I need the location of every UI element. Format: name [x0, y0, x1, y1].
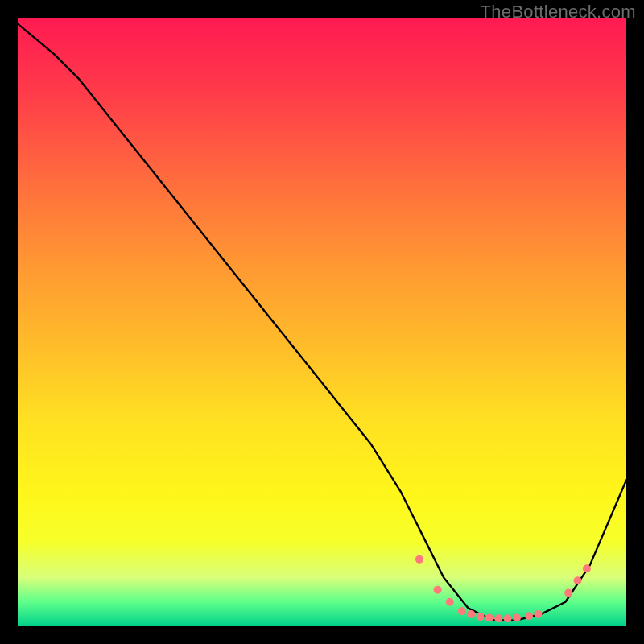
chart-plot-area — [18, 18, 626, 626]
bottleneck-dot — [513, 613, 521, 621]
bottleneck-dot — [446, 598, 454, 606]
bottleneck-dots-group — [415, 555, 591, 622]
bottleneck-dot — [485, 613, 493, 621]
chart-svg — [18, 18, 626, 626]
bottleneck-dot — [434, 586, 442, 594]
bottleneck-dot — [534, 610, 542, 618]
bottleneck-dot — [583, 564, 591, 572]
bottleneck-dot — [494, 614, 502, 622]
bottleneck-dot — [525, 612, 533, 620]
bottleneck-dot — [415, 555, 423, 564]
bottleneck-dot — [564, 588, 572, 597]
bottleneck-curve — [18, 24, 626, 621]
bottleneck-dot — [458, 607, 466, 615]
bottleneck-dot — [574, 576, 582, 584]
bottleneck-dot — [477, 613, 485, 621]
chart-stage: TheBottleneck.com — [0, 0, 644, 644]
bottleneck-dot — [467, 610, 475, 618]
bottleneck-dot — [504, 614, 512, 622]
